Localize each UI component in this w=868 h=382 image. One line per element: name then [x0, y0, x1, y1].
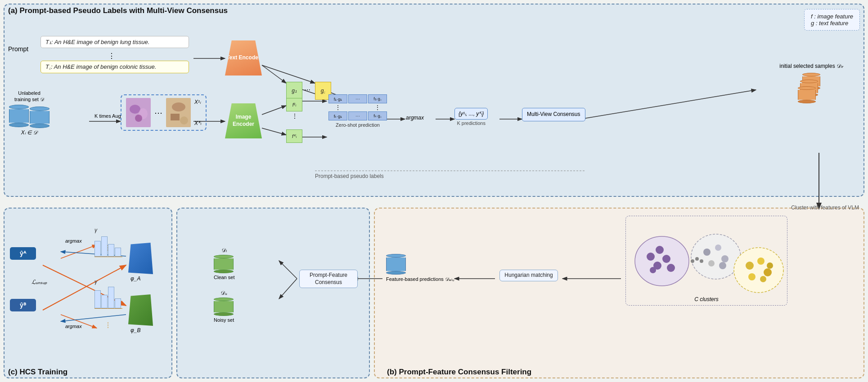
zero-shot-label: Zero-shot prediction	[328, 122, 387, 128]
svg-point-48	[650, 267, 656, 273]
cluster-vlm-label: Cluster with features of VLM	[791, 204, 859, 211]
svg-point-62	[691, 259, 694, 263]
aug-dots: ⋯	[154, 108, 162, 118]
fk-feature: fᴷᵢ	[286, 129, 302, 143]
f1-feature: f¹ᵢ	[286, 98, 302, 111]
aug-img-k	[166, 98, 191, 127]
multi-view-box: Multi-View Consensus	[522, 108, 585, 121]
svg-point-52	[721, 255, 729, 262]
noisy-set-label: Noisy set	[214, 317, 234, 323]
svg-point-54	[719, 262, 726, 269]
svg-point-61	[767, 262, 773, 269]
bottom-mid-panel	[176, 208, 370, 378]
svg-point-59	[748, 273, 756, 280]
section-c-title: (c) HCS Training	[8, 368, 67, 377]
l-unsup-label: ℒᵤₙₛᵤₚ	[31, 279, 47, 285]
y-set-box: {y¹ᵢ, ..., yᴷᵢ} K predictions	[454, 108, 488, 126]
svg-point-49	[691, 234, 741, 279]
svg-point-45	[662, 255, 670, 263]
pseudo-labels-label: Prompt-based pseudo labels	[315, 173, 384, 179]
augmented-images-panel: ⋯ X¹ᵢ Xᴷᵢ	[121, 94, 207, 131]
yb-box: ŷᴮ	[10, 299, 36, 311]
legend-g: g : text feature	[811, 20, 853, 27]
db-stack-1	[9, 105, 29, 128]
g-dots: ⋯	[304, 86, 310, 93]
clean-set-db: 𝒟ₗ Clean set	[214, 247, 234, 280]
prompt-label: Prompt	[8, 45, 28, 53]
noisy-set-db: 𝒟ᵤ Noisy set	[214, 290, 234, 323]
ya-box: ŷᴬ	[10, 247, 36, 260]
svg-point-43	[647, 253, 655, 261]
svg-point-55	[734, 248, 783, 293]
phi-a-shape	[128, 243, 153, 274]
svg-rect-40	[171, 114, 180, 120]
clean-set-label: Clean set	[214, 275, 234, 280]
svg-point-64	[700, 259, 703, 263]
svg-point-60	[760, 276, 766, 282]
phi-a-label: φ_A	[130, 275, 141, 282]
gamma-bar-bottom: γ	[94, 279, 122, 309]
argmax-a: argmax	[65, 238, 82, 244]
legend-box: f : image feature g : text feature	[804, 9, 860, 31]
unlabeled-dataset: Unlabeledtraining set 𝒟 Xᵢ ∈ 𝒟	[9, 90, 49, 136]
svg-point-39	[172, 102, 185, 111]
svg-point-41	[180, 116, 188, 124]
aug-img-1	[126, 98, 151, 127]
svg-point-51	[715, 244, 721, 251]
svg-point-63	[695, 257, 699, 261]
legend-f: f : image feature	[811, 13, 853, 20]
prompt-tc-box: T꜀: An H&E image of benign colonic tissu…	[40, 61, 189, 73]
argmax-label: argmax	[406, 115, 424, 121]
f-vdots: ⋮	[292, 112, 298, 120]
svg-point-56	[746, 262, 754, 270]
svg-point-47	[667, 264, 675, 272]
prompt-t1-box: T₁: An H&E image of benign lung tissue.	[40, 36, 189, 48]
bottom-right-panel	[374, 208, 864, 378]
svg-point-50	[703, 249, 711, 256]
svg-point-46	[656, 246, 664, 254]
phi-b-shape	[128, 294, 153, 326]
gamma-bar-top: γ	[94, 227, 122, 257]
section-b-title: (b) Prompt-Feature Consensus Filtering	[387, 368, 531, 377]
k-aug-label: K times Aug	[94, 113, 121, 119]
section-a-title: (a) Prompt-based Pseudo Labels with Mult…	[8, 6, 228, 15]
g1-feature: g₁	[286, 82, 302, 100]
initial-selected: initial selected samples 𝒟ᵢᵣ	[779, 63, 843, 118]
prompt-dots: ⋮	[108, 52, 115, 60]
svg-point-57	[757, 258, 765, 265]
pfc-box: Prompt-Feature Consensus	[299, 270, 358, 288]
db-stack-2	[30, 107, 49, 128]
page-wrapper: (a) Prompt-based Pseudo Labels with Mult…	[0, 0, 868, 382]
bottom-left-panel	[4, 208, 172, 378]
svg-point-37	[135, 115, 142, 122]
k-predictions-label: K predictions	[454, 120, 488, 126]
clusters-area: C clusters	[625, 216, 787, 306]
hungarian-box: Hungarian matching	[499, 270, 558, 281]
svg-point-58	[764, 268, 772, 276]
prediction-matrix: f₁·g₁ ⋯ f₁·g꜀ ⋮ ⋮ fₖ·g₁ ⋯ fₖ·g꜀ Zero-sho…	[328, 94, 387, 128]
feature-pred-db: Feature-based predictions 𝒟ₒₗᵤ	[386, 254, 454, 282]
svg-point-53	[708, 260, 715, 267]
argmax-b: argmax	[65, 324, 82, 329]
svg-point-42	[635, 236, 689, 286]
feature-pred-label: Feature-based predictions 𝒟ₒₗᵤ	[386, 276, 454, 282]
phi-b-label: φ_B	[130, 327, 141, 333]
